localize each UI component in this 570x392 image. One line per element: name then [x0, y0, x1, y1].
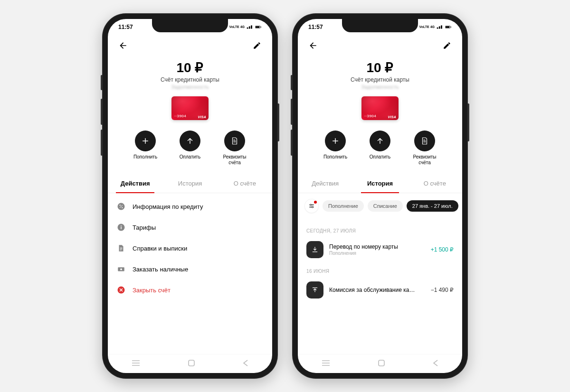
- svg-rect-12: [446, 26, 449, 28]
- tx-title: Комиссия за обслуживание ка…: [329, 287, 425, 293]
- edit-button[interactable]: [439, 38, 455, 53]
- plus-icon: [141, 137, 150, 145]
- file-icon: [116, 243, 126, 253]
- svg-point-14: [310, 204, 312, 205]
- svg-point-15: [312, 206, 313, 208]
- card-brand: VISA: [388, 115, 396, 119]
- status-time: 11:57: [308, 24, 323, 30]
- svg-rect-2: [261, 27, 261, 28]
- balance-amount: 10 ₽: [108, 60, 272, 75]
- debt-line: Задолженность: [108, 84, 272, 90]
- nav-recent[interactable]: [132, 360, 140, 368]
- action-details[interactable]: Реквизиты счёта: [408, 131, 441, 166]
- app-bar: [108, 35, 272, 56]
- item-statements[interactable]: Справки и выписки: [108, 238, 272, 259]
- status-indicators: VoLTE 4G: [229, 25, 262, 29]
- cash-icon: [116, 264, 126, 274]
- plus-icon: [331, 137, 340, 145]
- action-pay[interactable]: Оплатить: [363, 131, 397, 166]
- nav-home[interactable]: [188, 359, 195, 369]
- card-last4: ··3904: [174, 114, 186, 118]
- svg-rect-1: [256, 26, 259, 28]
- balance-section: 10 ₽ Счёт кредитной карты Задолженность …: [108, 56, 272, 122]
- action-pay[interactable]: Оплатить: [173, 131, 207, 166]
- phone-right: 11:57 VoLTE 4G 10 ₽ Счёт кредитной карты…: [292, 13, 468, 379]
- item-credit-info[interactable]: Информация по кредиту: [108, 196, 272, 217]
- back-button[interactable]: [305, 38, 321, 53]
- arrow-up-icon: [376, 137, 384, 145]
- section-june: 16 июня: [298, 262, 462, 278]
- svg-rect-16: [379, 360, 384, 366]
- tab-about[interactable]: О счёте: [218, 174, 272, 193]
- tabs: Действия История О счёте: [108, 174, 272, 193]
- upload-icon: [306, 281, 323, 299]
- back-button[interactable]: [115, 38, 131, 53]
- info-icon: [116, 223, 126, 232]
- tx-title: Перевод по номеру карты: [329, 243, 425, 250]
- chip-daterange[interactable]: 27 янв. - 27 июл.: [407, 200, 458, 212]
- tab-actions[interactable]: Действия: [108, 174, 162, 193]
- tx-row[interactable]: Перевод по номеру карты Пополнения +1 50…: [298, 237, 462, 262]
- android-navbar: [108, 354, 272, 373]
- pencil-icon: [253, 41, 261, 50]
- filter-button[interactable]: [304, 199, 319, 213]
- card-image[interactable]: ··3904 VISA: [171, 96, 209, 120]
- chip-debit[interactable]: Списание: [368, 200, 403, 212]
- history-list: Сегодня, 27 июля Перевод по номеру карты…: [298, 219, 462, 354]
- download-icon: [306, 241, 323, 258]
- account-name: Счёт кредитной карты: [108, 76, 272, 83]
- tx-amount: −1 490 ₽: [431, 287, 454, 293]
- action-details[interactable]: Реквизиты счёта: [218, 131, 251, 166]
- quick-actions: Пополнить Оплатить Реквизиты счёта: [298, 131, 462, 166]
- card-brand: VISA: [198, 115, 206, 119]
- tab-history[interactable]: История: [162, 174, 217, 193]
- quick-actions: Пополнить Оплатить Реквизиты счёта: [108, 131, 272, 166]
- nav-back[interactable]: [243, 360, 248, 368]
- action-topup[interactable]: Пополнить: [319, 131, 352, 166]
- account-name: Счёт кредитной карты: [298, 76, 462, 83]
- svg-rect-13: [451, 27, 451, 28]
- status-bar: 11:57 VoLTE 4G: [298, 19, 462, 35]
- status-indicators: VoLTE 4G: [419, 25, 452, 29]
- android-navbar: [298, 354, 462, 373]
- tx-row[interactable]: Комиссия за обслуживание ка… −1 490 ₽: [298, 278, 462, 302]
- edit-button[interactable]: [249, 38, 265, 53]
- document-icon: [420, 137, 429, 145]
- tab-history[interactable]: История: [352, 174, 407, 193]
- card-image[interactable]: ··3904 VISA: [361, 96, 399, 120]
- tx-amount: +1 500 ₽: [431, 246, 454, 253]
- pencil-icon: [443, 41, 451, 50]
- sliders-icon: [308, 203, 315, 209]
- close-circle-icon: [116, 285, 126, 295]
- svg-rect-10: [189, 360, 194, 366]
- percent-icon: [116, 202, 126, 211]
- tab-actions[interactable]: Действия: [298, 174, 352, 193]
- tx-subtitle: Пополнения: [329, 251, 425, 256]
- nav-home[interactable]: [378, 359, 385, 369]
- app-bar: [298, 35, 462, 56]
- nav-recent[interactable]: [322, 360, 330, 368]
- card-last4: ··3904: [364, 114, 376, 118]
- document-icon: [230, 137, 239, 145]
- arrow-left-icon: [118, 41, 128, 50]
- item-close-account[interactable]: Закрыть счёт: [108, 280, 272, 300]
- balance-section: 10 ₽ Счёт кредитной карты Задолженность …: [298, 56, 462, 122]
- chip-topup[interactable]: Пополнение: [323, 200, 364, 212]
- arrow-up-icon: [186, 137, 194, 145]
- tab-about[interactable]: О счёте: [408, 174, 462, 193]
- nav-back[interactable]: [433, 360, 438, 368]
- item-order-cash[interactable]: Заказать наличные: [108, 259, 272, 280]
- status-bar: 11:57 VoLTE 4G: [108, 19, 272, 35]
- status-time: 11:57: [118, 24, 133, 30]
- phone-left: 11:57 VoLTE 4G 10 ₽ Счёт кредитной карты…: [102, 13, 278, 379]
- debt-line: Задолженность: [298, 84, 462, 90]
- arrow-left-icon: [308, 41, 318, 50]
- item-tariffs[interactable]: Тарифы: [108, 217, 272, 238]
- actions-list: Информация по кредиту Тарифы Справки и в…: [108, 193, 272, 354]
- tabs: Действия История О счёте: [298, 174, 462, 193]
- svg-point-6: [121, 225, 122, 226]
- section-today: Сегодня, 27 июля: [298, 222, 462, 237]
- svg-rect-5: [121, 227, 122, 229]
- action-topup[interactable]: Пополнить: [129, 131, 162, 166]
- balance-amount: 10 ₽: [298, 60, 462, 75]
